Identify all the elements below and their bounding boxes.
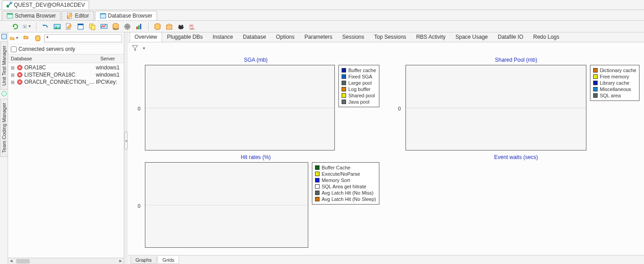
main-tab-bar: Schema Browser Editor Database Browser xyxy=(0,10,644,21)
bottom-tab-graphs[interactable]: Graphs xyxy=(131,256,157,264)
chart-hit-rates: Hit rates (%) 0 Buffer CacheExecute/NoPa… xyxy=(132,153,379,248)
chart-plot[interactable] xyxy=(145,162,308,248)
subtab-rbs-activity[interactable]: RBS Activity xyxy=(411,32,450,42)
expand-icon[interactable]: ⊞ xyxy=(10,80,15,85)
legend-swatch-icon xyxy=(315,197,320,201)
expand-icon[interactable]: ⊞ xyxy=(10,73,15,77)
chart-title: Shared Pool (mb) xyxy=(393,56,640,65)
chart-plot[interactable] xyxy=(405,65,586,150)
subtab-database[interactable]: Database xyxy=(238,32,271,42)
subtab-top-sessions[interactable]: Top Sessions xyxy=(369,32,411,42)
legend-swatch-icon xyxy=(315,184,320,189)
subtab-instance[interactable]: Instance xyxy=(207,32,238,42)
subtab-options[interactable]: Options xyxy=(271,32,299,42)
header-database[interactable]: Database xyxy=(8,55,98,63)
subtab-space-usage[interactable]: Space Usage xyxy=(450,32,493,42)
subtab-datafile-io[interactable]: Datafile IO xyxy=(493,32,528,42)
scroll-right-icon[interactable]: ► xyxy=(117,259,124,264)
image-button[interactable] xyxy=(53,22,62,31)
node-server: windows1 xyxy=(96,72,122,78)
svg-rect-23 xyxy=(167,25,172,29)
tree-node[interactable]: ⊞ LISTENER_ORA18C windows1 xyxy=(8,71,124,78)
tree-node[interactable]: ⊞ ORACLR_CONNECTION_DATA IPC\Key: xyxy=(8,78,124,86)
vtab-unit-test-manager[interactable]: Unit Test Manager xyxy=(0,41,8,90)
legend-item: Large pool xyxy=(342,80,376,86)
database-button[interactable] xyxy=(153,22,162,31)
connection-tab[interactable]: QUEST_DEV@ORA18CDEV xyxy=(2,0,89,9)
chart-y-axis: 0 xyxy=(132,65,141,150)
svg-rect-12 xyxy=(78,24,83,25)
subtab-sessions[interactable]: Sessions xyxy=(338,32,369,42)
legend-swatch-icon xyxy=(593,81,598,85)
export-button[interactable]: ▼ xyxy=(23,22,32,31)
scroll-thumb[interactable] xyxy=(16,259,30,264)
svg-text:(x): (x) xyxy=(189,24,193,27)
sga-button[interactable]: SGA xyxy=(111,22,120,31)
filter-funnel-button[interactable] xyxy=(131,44,140,53)
splitter-grip-icon[interactable]: ◂ xyxy=(125,132,127,150)
node-label: LISTENER_ORA18C xyxy=(24,72,96,78)
legend-swatch-icon xyxy=(342,87,346,91)
connected-only-label: Connected servers only xyxy=(18,46,75,52)
chart-y-axis: 0 xyxy=(393,65,402,150)
gridline xyxy=(145,108,334,108)
y-tick-label: 0 xyxy=(398,106,401,111)
tab-editor[interactable]: Editor xyxy=(62,11,94,20)
vertical-splitter[interactable]: ◂ xyxy=(124,32,128,264)
package-button[interactable] xyxy=(165,22,174,31)
sidebar-scrollbar[interactable]: ◄ ► xyxy=(8,258,124,264)
tab-database-browser[interactable]: Database Browser xyxy=(95,11,158,20)
subtab-parameters[interactable]: Parameters xyxy=(300,32,338,42)
tree-node[interactable]: ⊞ ORA18C windows1 xyxy=(8,64,124,71)
chart-bars-button[interactable] xyxy=(135,22,144,31)
folder-tree-button[interactable] xyxy=(23,34,32,43)
node-server: IPC\Key: xyxy=(96,79,122,85)
legend-swatch-icon xyxy=(593,87,598,91)
legend-swatch-icon xyxy=(342,74,346,79)
svg-rect-29 xyxy=(1,34,6,39)
tab-schema-browser[interactable]: Schema Browser xyxy=(2,11,61,20)
svg-point-35 xyxy=(19,74,21,76)
svg-point-9 xyxy=(55,25,57,27)
window-button[interactable] xyxy=(76,22,85,31)
chart-plot[interactable] xyxy=(145,65,335,150)
svg-point-26 xyxy=(181,25,183,27)
filter-input[interactable] xyxy=(44,34,122,42)
folder-open-button[interactable]: ▼ xyxy=(10,34,19,43)
legend-item: Shared pool xyxy=(342,92,376,99)
scroll-left-icon[interactable]: ◄ xyxy=(8,259,14,264)
legend-swatch-icon xyxy=(593,74,598,79)
expand-icon[interactable]: ⊞ xyxy=(10,65,15,70)
refresh-button[interactable] xyxy=(11,22,20,31)
cylinder-button[interactable] xyxy=(33,34,42,43)
legend-label: Log buffer xyxy=(348,86,370,92)
globe-button[interactable] xyxy=(123,22,132,31)
schema-browser-icon xyxy=(7,13,13,19)
edit-button[interactable] xyxy=(64,22,73,31)
undo-button[interactable] xyxy=(41,22,50,31)
vtab-team-coding-manager[interactable]: Team Coding Manager xyxy=(0,99,8,157)
chevron-down-icon: ▼ xyxy=(15,36,19,40)
copy-button[interactable] xyxy=(88,22,97,31)
toad-button[interactable] xyxy=(176,22,185,31)
legend-item: Free memory xyxy=(593,73,636,80)
legend-item: SQL area xyxy=(593,92,636,99)
connection-tab-bar: QUEST_DEV@ORA18CDEV xyxy=(0,0,644,10)
connected-only-checkbox[interactable] xyxy=(11,46,17,52)
legend-item: Library cache xyxy=(593,80,636,86)
subtab-pluggable-dbs[interactable]: Pluggable DBs xyxy=(162,32,207,42)
database-tree: ⊞ ORA18C windows1 ⊞ LISTENER_ORA18C wind… xyxy=(8,63,124,258)
chart-title: SGA (mb) xyxy=(132,56,379,65)
bottom-tab-grids[interactable]: Grids xyxy=(158,256,179,264)
monitor-button[interactable] xyxy=(99,22,108,31)
node-server: windows1 xyxy=(96,64,122,71)
legend-label: Shared pool xyxy=(348,93,375,98)
db-node-icon xyxy=(17,79,23,85)
subtab-redo-logs[interactable]: Redo Logs xyxy=(528,32,564,42)
header-server[interactable]: Server xyxy=(98,55,124,63)
vertical-tab-bar: Unit Test Manager Team Coding Manager xyxy=(0,32,8,264)
chevron-down-icon[interactable]: ▼ xyxy=(142,46,146,50)
ora-button[interactable]: (x)ORA xyxy=(188,22,197,31)
subtab-overview[interactable]: Overview xyxy=(130,32,162,42)
legend-item: Memory Sort xyxy=(315,177,376,183)
